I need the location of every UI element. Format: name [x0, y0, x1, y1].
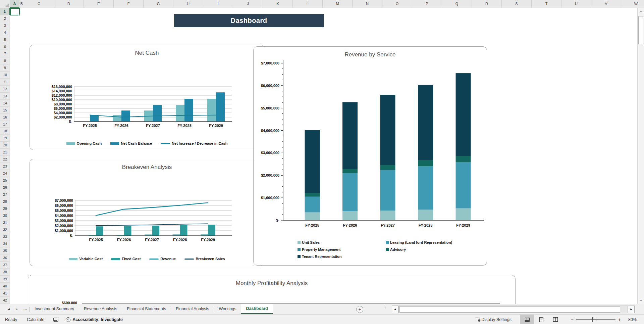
row-header-16[interactable]: 16 [0, 114, 10, 121]
row-header-13[interactable]: 13 [0, 93, 10, 100]
sheet-tab-workings[interactable]: Workings [214, 304, 241, 314]
column-header-u[interactable]: U [561, 0, 591, 8]
column-header-w[interactable]: W [621, 0, 644, 8]
row-header-33[interactable]: 33 [0, 233, 10, 240]
row-header-4[interactable]: 4 [0, 29, 10, 36]
column-header-a[interactable]: A [10, 0, 19, 8]
column-header-f[interactable]: F [114, 0, 144, 8]
hscroll-left-icon[interactable]: ◄ [392, 306, 398, 313]
page-layout-view-button[interactable] [534, 315, 548, 324]
zoom-level[interactable]: 80% [627, 317, 637, 322]
row-header-24[interactable]: 24 [0, 170, 10, 177]
column-header-h[interactable]: H [173, 0, 203, 8]
row-header-37[interactable]: 37 [0, 262, 10, 269]
page-break-view-button[interactable] [548, 315, 562, 324]
row-header-40[interactable]: 40 [0, 283, 10, 290]
row-header-10[interactable]: 10 [0, 72, 10, 79]
column-header-d[interactable]: D [54, 0, 84, 8]
row-header-38[interactable]: 38 [0, 269, 10, 276]
row-header-42[interactable]: 42 [0, 297, 10, 304]
calculate-status[interactable]: Calculate [27, 317, 44, 322]
zoom-slider[interactable] [576, 319, 615, 320]
row-header-32[interactable]: 32 [0, 226, 10, 233]
column-header-t[interactable]: T [532, 0, 561, 8]
column-header-c[interactable]: C [24, 0, 54, 8]
sheet-nav-left-icon[interactable]: ◄ [5, 304, 13, 314]
column-header-i[interactable]: I [203, 0, 233, 8]
monthly-profitability-chart-card[interactable]: Monthly Profitability Analysis $600,000 [28, 275, 516, 304]
zoom-slider-thumb[interactable] [592, 317, 593, 322]
breakeven-chart-card[interactable]: Breakeven Analysis $-$1,000,000$2,000,00… [30, 159, 264, 266]
row-header-31[interactable]: 31 [0, 219, 10, 226]
row-header-18[interactable]: 18 [0, 128, 10, 135]
row-header-5[interactable]: 5 [0, 36, 10, 43]
sheet-overflow-button[interactable]: ... [21, 304, 30, 314]
sheet-nav-right-icon[interactable]: ► [13, 304, 21, 314]
row-header-26[interactable]: 26 [0, 184, 10, 191]
hscroll-right-icon[interactable]: ► [628, 306, 635, 313]
vertical-scrollbar[interactable]: ▲ ▼ [637, 8, 644, 304]
row-header-15[interactable]: 15 [0, 107, 10, 114]
column-header-p[interactable]: P [412, 0, 442, 8]
row-header-28[interactable]: 28 [0, 198, 10, 205]
revenue-by-service-chart-card[interactable]: Revenue by Service $-$1,000,000$2,000,00… [253, 46, 487, 266]
sheet-canvas[interactable]: Dashboard Net Cash $-$2,000,000$4,000,00… [10, 8, 637, 304]
accessibility-status[interactable]: Accessibility: Investigate [72, 317, 122, 322]
column-header-l[interactable]: L [293, 0, 323, 8]
column-header-e[interactable]: E [84, 0, 114, 8]
row-header-21[interactable]: 21 [0, 149, 10, 156]
accessibility-checker-icon[interactable]: ✓ [66, 317, 70, 322]
macro-record-icon[interactable] [53, 318, 58, 322]
row-header-2[interactable]: 2 [0, 15, 10, 22]
display-settings-button[interactable]: Display Settings [475, 317, 512, 322]
row-header-11[interactable]: 11 [0, 79, 10, 86]
column-header-n[interactable]: N [353, 0, 382, 8]
tabbar-resize-handle[interactable]: ⋮ [383, 306, 385, 313]
fill-handle[interactable] [18, 14, 20, 16]
column-header-v[interactable]: V [591, 0, 621, 8]
net-cash-chart-card[interactable]: Net Cash $-$2,000,000$4,000,000$6,000,00… [30, 45, 264, 150]
row-header-12[interactable]: 12 [0, 86, 10, 93]
sheet-tab-revenue-analysis[interactable]: Revenue Analysis [79, 304, 122, 314]
row-header-20[interactable]: 20 [0, 142, 10, 149]
row-header-19[interactable]: 19 [0, 135, 10, 142]
sheet-tab-investment-summary[interactable]: Investment Summary [30, 304, 79, 314]
row-header-17[interactable]: 17 [0, 121, 10, 128]
row-header-34[interactable]: 34 [0, 240, 10, 247]
zoom-out-button[interactable]: − [570, 317, 575, 322]
sheet-tab-financial-analysis[interactable]: Financial Analysis [171, 304, 214, 314]
normal-view-button[interactable] [520, 315, 534, 324]
column-header-j[interactable]: J [233, 0, 263, 8]
row-header-6[interactable]: 6 [0, 43, 10, 50]
row-header-29[interactable]: 29 [0, 205, 10, 212]
horizontal-scrollbar[interactable] [398, 306, 628, 313]
column-header-q[interactable]: Q [442, 0, 472, 8]
row-header-41[interactable]: 41 [0, 290, 10, 297]
row-header-35[interactable]: 35 [0, 247, 10, 254]
scroll-up-icon[interactable]: ▲ [638, 8, 644, 14]
row-header-8[interactable]: 8 [0, 57, 10, 64]
row-header-30[interactable]: 30 [0, 212, 10, 219]
row-header-1[interactable]: 1 [0, 8, 10, 15]
sheet-tab-financial-statements[interactable]: Financial Statements [122, 304, 171, 314]
vertical-scroll-thumb[interactable] [638, 16, 643, 44]
zoom-in-button[interactable]: + [617, 317, 622, 322]
row-header-23[interactable]: 23 [0, 163, 10, 170]
column-header-k[interactable]: K [263, 0, 293, 8]
row-header-27[interactable]: 27 [0, 191, 10, 198]
column-header-g[interactable]: G [144, 0, 173, 8]
column-header-o[interactable]: O [382, 0, 412, 8]
row-header-7[interactable]: 7 [0, 50, 10, 57]
row-header-14[interactable]: 14 [0, 100, 10, 107]
row-header-3[interactable]: 3 [0, 22, 10, 29]
row-header-36[interactable]: 36 [0, 254, 10, 262]
row-header-22[interactable]: 22 [0, 156, 10, 163]
column-header-m[interactable]: M [323, 0, 353, 8]
new-sheet-button[interactable]: + [356, 306, 363, 313]
row-header-9[interactable]: 9 [0, 64, 10, 72]
horizontal-scroll-thumb[interactable] [399, 306, 620, 313]
sheet-tab-dashboard[interactable]: Dashboard [241, 304, 273, 314]
column-header-b[interactable]: B [19, 0, 24, 8]
row-header-25[interactable]: 25 [0, 177, 10, 184]
column-header-s[interactable]: S [502, 0, 532, 8]
